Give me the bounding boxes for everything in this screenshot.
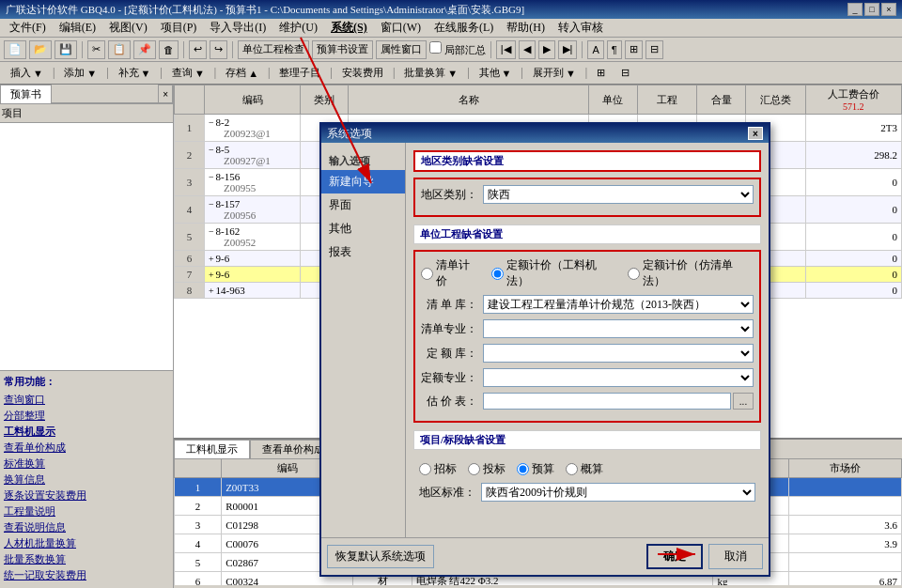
radio-bid-input[interactable] bbox=[468, 463, 480, 475]
confirm-btn[interactable]: 确定 bbox=[646, 544, 703, 569]
radio-quota-labor[interactable]: 定额计价（工料机法） bbox=[491, 257, 617, 289]
collapse-icon-btn[interactable]: ⊟ bbox=[614, 65, 636, 81]
quota-db-select[interactable] bbox=[483, 344, 754, 363]
radio-tender[interactable]: 招标 bbox=[419, 461, 457, 477]
redo-btn[interactable]: ↪ bbox=[210, 40, 227, 59]
row-code[interactable]: + 9-6 bbox=[204, 267, 300, 283]
install-fee-btn[interactable]: 安装费用 bbox=[335, 64, 390, 82]
menu-file[interactable]: 文件(F) bbox=[4, 19, 52, 37]
add-btn[interactable]: 添加 ▼ bbox=[57, 64, 103, 82]
collapse-icon[interactable]: − bbox=[209, 172, 214, 182]
quick-link-2[interactable]: 工料机显示 bbox=[4, 425, 169, 439]
quick-link-10[interactable]: 批量系数换算 bbox=[4, 552, 169, 566]
bottom-tab-0[interactable]: 工料机显示 bbox=[174, 440, 250, 458]
quota-specialty-select[interactable] bbox=[483, 368, 754, 387]
radio-estimate-input[interactable] bbox=[566, 463, 578, 475]
quick-link-11[interactable]: 统一记取安装费用 bbox=[4, 568, 169, 582]
menu-window[interactable]: 窗口(W) bbox=[375, 19, 427, 37]
format-btn1[interactable]: A bbox=[587, 40, 603, 59]
expand-icon[interactable]: + bbox=[209, 254, 214, 264]
radio-budget[interactable]: 预算 bbox=[517, 461, 554, 477]
query-btn[interactable]: 查询 ▼ bbox=[165, 64, 211, 82]
collapse-icon[interactable]: − bbox=[209, 226, 214, 237]
quick-link-9[interactable]: 人材机批量换算 bbox=[4, 536, 169, 550]
close-button[interactable]: × bbox=[881, 3, 896, 16]
unit-check-btn[interactable]: 单位工程检查 bbox=[238, 40, 309, 59]
collapse-icon[interactable]: − bbox=[209, 199, 214, 209]
cut-btn[interactable]: ✂ bbox=[87, 40, 105, 59]
quick-link-5[interactable]: 换算信息 bbox=[4, 472, 169, 487]
radio-checklist-input[interactable] bbox=[421, 268, 433, 280]
quick-link-6[interactable]: 逐条设置安装费用 bbox=[4, 488, 169, 503]
nav-next-btn[interactable]: ▶ bbox=[538, 40, 555, 59]
menu-view[interactable]: 视图(V) bbox=[103, 19, 153, 37]
other-btn[interactable]: 其他 ▼ bbox=[473, 64, 519, 82]
row-code[interactable]: − 8-2 Z00923@1 bbox=[204, 115, 300, 142]
expand-btn[interactable]: 展开到 ▼ bbox=[526, 64, 583, 82]
budget-tab[interactable]: 预算书 bbox=[0, 85, 52, 103]
menu-help[interactable]: 帮助(H) bbox=[501, 19, 551, 37]
menu-project[interactable]: 项目(P) bbox=[155, 19, 203, 37]
radio-estimate[interactable]: 概算 bbox=[566, 461, 603, 477]
partial-sum-check[interactable] bbox=[429, 41, 442, 54]
radio-tender-input[interactable] bbox=[419, 463, 431, 475]
nav-last-btn[interactable]: ▶| bbox=[558, 40, 578, 59]
radio-quota-fake[interactable]: 定额计价（仿清单法） bbox=[628, 257, 754, 289]
archive-btn[interactable]: 存档 ▲ bbox=[219, 64, 265, 82]
radio-quota-fake-input[interactable] bbox=[628, 268, 640, 280]
expand-icon[interactable]: + bbox=[209, 270, 214, 280]
dialog-nav-interface[interactable]: 界面 bbox=[321, 193, 405, 217]
quick-link-8[interactable]: 查看说明信息 bbox=[4, 520, 169, 534]
radio-bid[interactable]: 投标 bbox=[468, 461, 505, 477]
nav-first-btn[interactable]: |◀ bbox=[496, 40, 516, 59]
collapse-icon[interactable]: − bbox=[209, 145, 214, 155]
format-btn3[interactable]: ⊞ bbox=[625, 40, 643, 59]
organize-btn[interactable]: 整理子目 bbox=[272, 64, 327, 82]
quick-link-7[interactable]: 工程量说明 bbox=[4, 504, 169, 518]
supplement-btn[interactable]: 补充 ▼ bbox=[112, 64, 158, 82]
estimate-table-input[interactable] bbox=[483, 393, 731, 410]
new-btn[interactable]: 📄 bbox=[4, 40, 26, 59]
checklist-db-select[interactable]: 建设工程工程量清单计价规范（2013-陕西） bbox=[483, 295, 754, 314]
radio-budget-input[interactable] bbox=[517, 463, 529, 475]
row-code[interactable]: + 9-6 bbox=[204, 251, 300, 267]
paste-btn[interactable]: 📌 bbox=[133, 40, 156, 59]
quick-link-3[interactable]: 查看单价构成 bbox=[4, 441, 169, 455]
restore-defaults-btn[interactable]: 恢复默认系统选项 bbox=[327, 545, 434, 568]
format-btn2[interactable]: ¶ bbox=[607, 40, 622, 59]
open-btn[interactable]: 📂 bbox=[29, 40, 52, 59]
row-code[interactable]: − 8-157 Z00956 bbox=[204, 196, 300, 224]
dialog-close-button[interactable]: × bbox=[748, 127, 763, 140]
region-std-select[interactable]: 陕西省2009计价规则 bbox=[481, 483, 755, 502]
menu-online[interactable]: 在线服务(L) bbox=[428, 19, 499, 37]
expand-icon[interactable]: + bbox=[209, 286, 214, 296]
insert-btn[interactable]: 插入 ▼ bbox=[4, 64, 50, 82]
maximize-button[interactable]: □ bbox=[864, 3, 879, 16]
format-btn4[interactable]: ⊟ bbox=[645, 40, 663, 59]
region-select[interactable]: 陕西 bbox=[483, 185, 754, 204]
batch-convert-btn[interactable]: 批量换算 ▼ bbox=[397, 64, 464, 82]
dialog-nav-report[interactable]: 报表 bbox=[321, 240, 405, 264]
copy-btn[interactable]: 📋 bbox=[108, 40, 131, 59]
undo-btn[interactable]: ↩ bbox=[189, 40, 207, 59]
estimate-browse-btn[interactable]: ... bbox=[733, 393, 754, 410]
checklist-specialty-select[interactable] bbox=[483, 319, 754, 338]
delete-btn[interactable]: 🗑 bbox=[159, 40, 179, 59]
dialog-nav-new-wizard[interactable]: 新建向导 bbox=[321, 170, 405, 193]
collapse-icon[interactable]: − bbox=[209, 117, 214, 128]
row-code[interactable]: − 8-162 Z00952 bbox=[204, 224, 300, 251]
menu-review[interactable]: 转入审核 bbox=[552, 19, 609, 37]
quick-link-4[interactable]: 标准换算 bbox=[4, 456, 169, 471]
radio-checklist[interactable]: 清单计价 bbox=[421, 257, 480, 289]
quick-link-0[interactable]: 查询窗口 bbox=[4, 393, 169, 407]
budget-settings-btn[interactable]: 预算书设置 bbox=[312, 40, 373, 59]
row-code[interactable]: − 8-156 Z00955 bbox=[204, 169, 300, 196]
save-btn[interactable]: 💾 bbox=[54, 40, 77, 59]
dialog-nav-other[interactable]: 其他 bbox=[321, 217, 405, 240]
quick-link-1[interactable]: 分部整理 bbox=[4, 409, 169, 423]
radio-quota-labor-input[interactable] bbox=[491, 268, 504, 280]
project-tree[interactable] bbox=[0, 123, 173, 370]
menu-system[interactable]: 系统(S) bbox=[325, 19, 373, 37]
row-code[interactable]: + 14-963 bbox=[204, 283, 300, 299]
menu-import[interactable]: 导入导出(I) bbox=[204, 19, 272, 37]
